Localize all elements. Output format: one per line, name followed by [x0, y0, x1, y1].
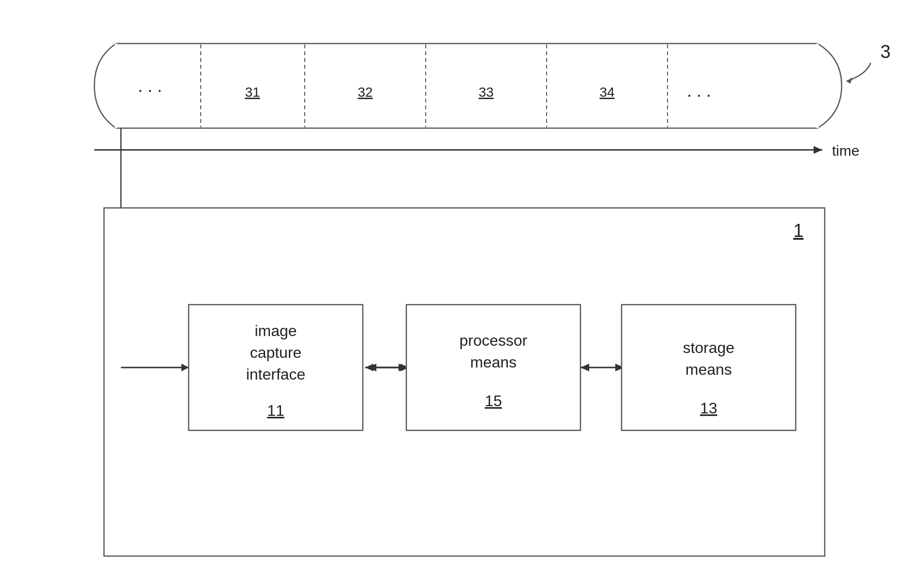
ref-3: 3	[880, 42, 891, 62]
seq-34: 34	[599, 85, 614, 100]
processor-line1: processor	[460, 332, 528, 349]
ref-1: 1	[793, 220, 803, 241]
diagram-container: . . . 31 32 33 34 . . . 3 time 1 image c…	[0, 0, 921, 588]
right-dots: . . .	[687, 81, 711, 101]
seq-31: 31	[245, 85, 260, 100]
seq-32: 32	[357, 85, 372, 100]
seq-33: 33	[478, 85, 493, 100]
image-capture-ref: 11	[267, 402, 284, 419]
storage-line2: means	[685, 361, 732, 378]
left-dots: . . .	[138, 76, 162, 96]
image-capture-line1: image	[254, 322, 297, 339]
time-label: time	[832, 143, 860, 159]
storage-line1: storage	[683, 339, 735, 356]
image-capture-line2: capture	[250, 344, 302, 361]
processor-line2: means	[470, 353, 517, 371]
image-capture-line3: interface	[246, 366, 306, 383]
svg-rect-0	[116, 44, 817, 128]
storage-ref: 13	[700, 399, 717, 417]
processor-ref: 15	[485, 392, 502, 410]
svg-marker-10	[814, 146, 822, 154]
